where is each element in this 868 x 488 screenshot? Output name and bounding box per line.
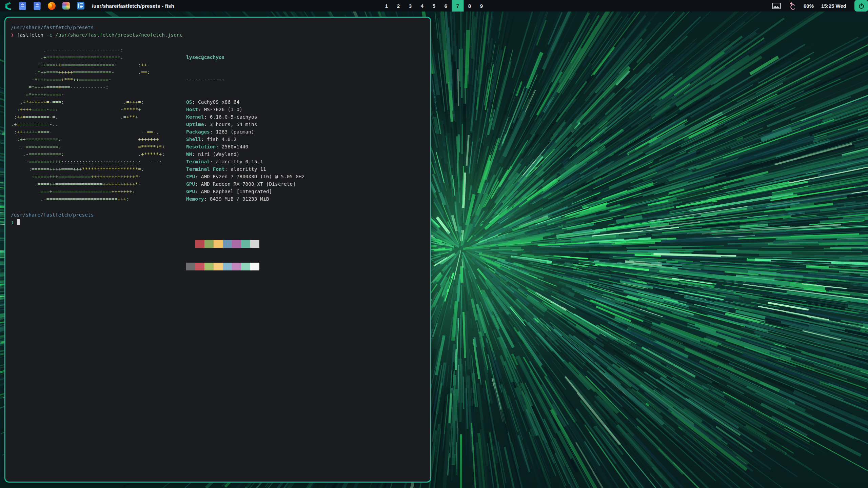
prompt-char: ❯	[11, 32, 14, 38]
workspace-5[interactable]: 5	[428, 0, 440, 12]
fastfetch-title: lysec@cachyos	[186, 54, 304, 61]
workspace-7[interactable]: 7	[452, 0, 464, 12]
info-line: Host: MS-7E26 (1.0)	[186, 106, 304, 113]
gallery-icon-tile	[62, 2, 70, 9]
terminal-color-palette	[186, 225, 304, 285]
power-icon	[859, 3, 864, 9]
top-bar: /usr/share/fastfetch/presets - fish 1234…	[0, 0, 868, 12]
info-line: OS: CachyOS x86_64	[186, 98, 304, 106]
workspace-switcher: 123456789	[381, 0, 488, 12]
picture-icon[interactable]	[772, 3, 781, 9]
color-swatch	[232, 263, 241, 270]
color-swatch	[250, 263, 259, 270]
color-swatch	[186, 263, 195, 270]
info-line: Shell: fish 4.0.2	[186, 136, 304, 143]
workspace-8[interactable]: 8	[464, 0, 476, 12]
workspace-2[interactable]: 2	[393, 0, 405, 12]
editor-icon[interactable]	[76, 1, 85, 10]
color-swatch	[204, 240, 214, 248]
prompt-cwd: /usr/share/fastfetch/presets	[11, 24, 428, 31]
cachyos-logo[interactable]	[3, 1, 12, 10]
files-icon[interactable]	[18, 1, 27, 10]
fastfetch-output: .-------------------------: .+==========…	[11, 39, 428, 211]
fastfetch-entries: OS: CachyOS x86_64Host: MS-7E26 (1.0)Ker…	[186, 98, 304, 203]
info-line: CPU: AMD Ryzen 7 7800X3D (16) @ 5.05 GHz	[186, 173, 304, 180]
color-swatch	[214, 263, 223, 270]
info-line: Terminal: alacritty 0.15.1	[186, 158, 304, 165]
color-swatch	[232, 240, 241, 248]
color-swatch	[204, 263, 214, 270]
color-swatch	[186, 240, 195, 248]
workspace-9[interactable]: 9	[476, 0, 488, 12]
color-swatch	[241, 240, 250, 248]
color-swatch	[195, 240, 204, 248]
files-icon-2[interactable]	[33, 1, 41, 10]
color-swatch	[195, 263, 204, 270]
gallery-icon[interactable]	[62, 1, 71, 10]
status-group: 60% 15:25 Wed	[772, 0, 868, 12]
launcher-group	[0, 1, 85, 10]
command-line: ❯ fastfetch -c /usr/share/fastfetch/pres…	[11, 31, 428, 39]
command-program: fastfetch	[17, 32, 43, 38]
command-argument: /usr/share/fastfetch/presets/neofetch.js…	[55, 32, 182, 38]
updates-icon[interactable]	[788, 1, 796, 10]
system-info: lysec@cachyos ------------- OS: CachyOS …	[186, 39, 304, 300]
color-swatch	[241, 263, 250, 270]
fastfetch-separator: -------------	[186, 76, 304, 83]
prompt-char-2: ❯	[11, 220, 14, 225]
cachyos-ascii-logo: .-------------------------: .+==========…	[11, 46, 165, 203]
color-swatch	[223, 240, 232, 248]
firefox-icon[interactable]	[47, 1, 56, 10]
palette-row-2	[186, 263, 304, 270]
info-line: GPU: AMD Radeon RX 7800 XT [Discrete]	[186, 180, 304, 188]
workspace-6[interactable]: 6	[440, 0, 452, 12]
info-line: Memory: 8439 MiB / 31233 MiB	[186, 195, 304, 203]
info-line: Uptime: 3 hours, 54 mins	[186, 121, 304, 128]
power-button[interactable]	[854, 0, 868, 12]
workspace-1[interactable]: 1	[381, 0, 393, 12]
focused-window-title: /usr/share/fastfetch/presets - fish	[92, 3, 174, 9]
color-swatch	[250, 240, 259, 248]
color-swatch	[223, 263, 232, 270]
color-swatch	[214, 240, 223, 248]
terminal-window[interactable]: /usr/share/fastfetch/presets ❯ fastfetch…	[4, 17, 431, 483]
info-line: Packages: 1263 (pacman)	[186, 128, 304, 136]
workspace-4[interactable]: 4	[416, 0, 428, 12]
battery-status: 60%	[804, 3, 814, 9]
terminal-cursor	[17, 219, 20, 225]
info-line: Resolution: 868x488	[186, 143, 304, 150]
info-line: Terminal Font: alacritty 11	[186, 165, 304, 173]
palette-row-1	[186, 240, 304, 248]
info-line: Kernel: 6.16.0-5-cachyos	[186, 113, 304, 121]
info-line: GPU: AMD Raphael [Integrated]	[186, 188, 304, 195]
workspace-3[interactable]: 3	[405, 0, 416, 12]
clock: 15:25 Wed	[821, 3, 846, 9]
command-option: -c	[46, 32, 52, 38]
info-line: WM: niri (Wayland)	[186, 150, 304, 158]
